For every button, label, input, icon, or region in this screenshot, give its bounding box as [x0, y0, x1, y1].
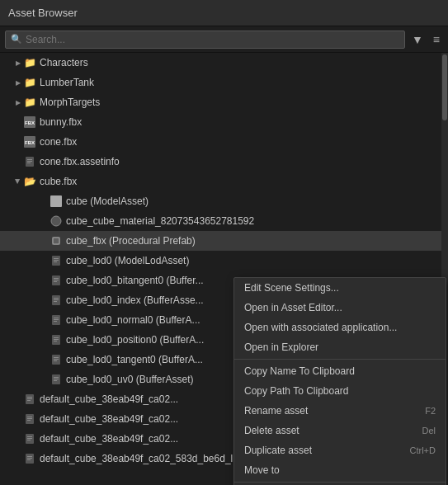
expand-arrow: ▶: [13, 177, 23, 186]
file-doc-icon: [50, 353, 63, 366]
context-menu-label: Delete asset: [244, 425, 299, 436]
svg-rect-7: [27, 162, 31, 163]
context-menu: Edit Scene Settings... Open in Asset Edi…: [233, 277, 446, 485]
svg-rect-14: [54, 260, 59, 261]
file-doc-icon: [23, 393, 36, 406]
list-item[interactable]: ▶ FBX cone.fbx: [0, 132, 448, 152]
list-item[interactable]: ▶ 📁 LumberTank: [0, 73, 448, 92]
list-item[interactable]: ▶ 📁 Characters: [0, 53, 448, 73]
svg-rect-17: [54, 278, 59, 279]
svg-rect-8: [50, 195, 62, 207]
list-item[interactable]: ▶ 📁 MorphTargets: [0, 92, 448, 112]
file-name: cube_lod0 (ModelLodAsset): [66, 255, 189, 266]
folder-icon: 📁: [23, 56, 36, 69]
svg-rect-38: [54, 379, 59, 379]
file-name: cube_lod0_index (BufferAsse...: [66, 294, 204, 306]
svg-rect-37: [54, 377, 59, 378]
file-name: cube_lod0_position0 (BufferA...: [66, 334, 204, 346]
list-item[interactable]: ▶ FBX bunny.fbx: [0, 112, 448, 132]
context-menu-item-edit-scene-settings[interactable]: Edit Scene Settings...: [234, 278, 446, 298]
file-doc-icon: [50, 254, 63, 267]
context-menu-label: Copy Path To Clipboard: [244, 385, 349, 397]
context-menu-label: Edit Scene Settings...: [244, 282, 339, 294]
svg-rect-39: [54, 380, 57, 381]
context-menu-label: Open in Asset Editor...: [244, 302, 342, 313]
context-menu-item-rename-asset[interactable]: Rename asset F2: [234, 401, 446, 421]
file-name: MorphTargets: [40, 97, 100, 108]
svg-rect-19: [54, 281, 57, 282]
list-item[interactable]: ▶ cone.fbx.assetinfo: [0, 152, 448, 172]
context-menu-separator-2: [234, 482, 446, 483]
collapse-arrow: ▶: [13, 97, 23, 107]
svg-rect-33: [54, 357, 59, 358]
scrollbar-thumb[interactable]: [442, 54, 447, 120]
context-menu-label: Open with associated application...: [244, 322, 397, 333]
svg-rect-55: [27, 459, 31, 460]
svg-rect-21: [54, 298, 59, 299]
file-name: cube_lod0_uv0 (BufferAsset): [66, 374, 194, 385]
file-name: cube_fbx (Procedural Prefab): [66, 235, 196, 247]
file-doc-icon: [50, 274, 63, 287]
list-item[interactable]: ▶ cube_lod0 (ModelLodAsset): [0, 251, 448, 271]
app-title: Asset Browser: [8, 7, 78, 19]
svg-rect-54: [27, 458, 32, 459]
file-name: cube_lod0_normal0 (BufferA...: [66, 314, 200, 326]
file-doc-icon: [50, 373, 63, 386]
svg-rect-45: [27, 417, 32, 417]
svg-rect-26: [54, 319, 59, 320]
svg-rect-18: [54, 280, 59, 280]
svg-text:FBX: FBX: [25, 140, 35, 145]
svg-rect-6: [27, 161, 32, 162]
file-doc-icon: [50, 313, 63, 327]
svg-rect-46: [27, 418, 32, 419]
svg-rect-35: [54, 360, 57, 361]
model-icon: [50, 195, 63, 208]
search-input[interactable]: [26, 34, 399, 45]
list-item[interactable]: ▶ cube_fbx (Procedural Prefab): [0, 231, 448, 251]
file-name: cube.fbx: [40, 176, 77, 187]
svg-rect-43: [27, 400, 31, 401]
prefab-icon: [50, 234, 63, 247]
svg-rect-22: [54, 299, 59, 300]
context-menu-item-move-to[interactable]: Move to: [234, 460, 446, 480]
circle-icon: [50, 214, 63, 228]
search-bar: 🔍 ▼ ≡: [0, 26, 448, 53]
context-menu-item-copy-name[interactable]: Copy Name To Clipboard: [234, 361, 446, 381]
svg-rect-50: [27, 438, 32, 439]
context-menu-item-duplicate-asset[interactable]: Duplicate asset Ctrl+D: [234, 440, 446, 460]
file-name: cone.fbx: [40, 136, 77, 148]
file-name: cube (ModelAsset): [66, 195, 149, 207]
file-doc-icon: [23, 155, 36, 168]
svg-point-9: [51, 216, 61, 226]
context-menu-item-open-associated-app[interactable]: Open with associated application...: [234, 318, 446, 337]
svg-rect-5: [27, 159, 32, 160]
list-item[interactable]: ▶ 📂 cube.fbx: [0, 172, 448, 191]
context-menu-item-open-asset-editor[interactable]: Open in Asset Editor...: [234, 298, 446, 318]
file-name: cone.fbx.assetinfo: [40, 156, 120, 167]
context-menu-item-open-in-explorer[interactable]: Open in Explorer: [234, 337, 446, 357]
context-menu-label: Open in Explorer: [244, 341, 318, 353]
context-menu-shortcut: Ctrl+D: [410, 445, 436, 455]
collapse-arrow: ▶: [13, 58, 23, 68]
menu-button[interactable]: ≡: [430, 31, 443, 48]
title-bar: Asset Browser: [0, 0, 448, 26]
svg-rect-29: [54, 337, 59, 338]
file-name: cube_lod0_tangent0 (BufferA...: [66, 354, 203, 365]
file-doc-icon: [50, 294, 63, 307]
svg-rect-27: [54, 321, 57, 322]
svg-rect-41: [27, 397, 32, 398]
list-item[interactable]: ▶ cube_cube_material_82073543652781592: [0, 211, 448, 231]
file-name: cube_lod0_bitangent0 (Buffer...: [66, 275, 204, 286]
svg-rect-34: [54, 359, 59, 360]
context-menu-item-copy-path[interactable]: Copy Path To Clipboard: [234, 381, 446, 401]
folder-icon: 📁: [23, 96, 36, 109]
file-name: default_cube_38eab49f_ca02...: [40, 393, 178, 405]
menu-icon: ≡: [433, 33, 440, 46]
list-item[interactable]: ▶ cube (ModelAsset): [0, 191, 448, 211]
svg-rect-23: [54, 301, 57, 302]
context-menu-label: Duplicate asset: [244, 445, 312, 456]
context-menu-item-delete-asset[interactable]: Delete asset Del: [234, 421, 446, 440]
filter-button[interactable]: ▼: [408, 31, 427, 48]
filter-icon: ▼: [412, 33, 423, 46]
search-input-wrapper[interactable]: 🔍: [5, 31, 405, 49]
